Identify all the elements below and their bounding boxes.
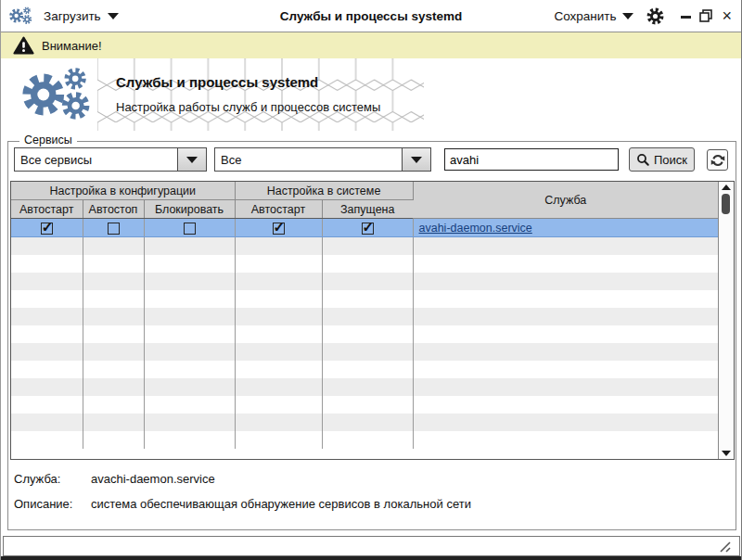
services-table-body: avahi-daemon.service (11, 219, 718, 450)
header-banner: Службы и процессы systemd Настройка рабо… (1, 58, 741, 131)
groupbox-legend: Сервисы (19, 134, 77, 146)
checkbox-icon (108, 223, 120, 235)
maximize-icon[interactable] (699, 9, 713, 22)
empty-table-row (11, 361, 718, 378)
search-button-label: Поиск (654, 153, 687, 167)
load-menu-button[interactable]: Загрузить (44, 9, 119, 23)
caret-down-icon (411, 157, 422, 163)
service-table-row[interactable]: avahi-daemon.service (11, 219, 718, 237)
status-bar (3, 536, 740, 556)
empty-table-row (11, 237, 718, 256)
warning-triangle-icon (13, 36, 34, 55)
empty-table-row (11, 290, 718, 308)
app-logo-gears (19, 66, 97, 123)
empty-table-row (11, 378, 718, 396)
scroll-down-button[interactable] (719, 448, 734, 459)
banner-subtitle: Настройка работы служб и процессов систе… (116, 100, 380, 114)
app-gears-icon (8, 6, 34, 26)
caret-down-icon (622, 13, 633, 19)
caret-down-icon (186, 157, 198, 163)
title-bar: Загрузить Службы и процессы systemd Сохр… (1, 0, 741, 32)
hexagon-pattern (97, 58, 424, 131)
warning-bar: Внимание! (1, 32, 741, 58)
dropdown-button[interactable] (177, 148, 206, 171)
empty-table-row (11, 273, 718, 290)
close-icon[interactable]: × (722, 8, 732, 23)
save-menu-label: Сохранить (554, 9, 616, 23)
empty-table-row (11, 308, 718, 325)
checkbox-unchecked[interactable] (144, 219, 235, 237)
triangle-up-icon (722, 185, 731, 190)
description-detail-value: система обеспечивающая обнаружение серви… (91, 497, 471, 511)
service-filter-dropdown[interactable]: Все сервисы (14, 147, 207, 172)
col-autostart-system: Автостарт (235, 200, 322, 219)
header-config-group: Настройка в конфигурации (11, 182, 235, 200)
checkbox-checked[interactable] (322, 219, 413, 237)
scroll-up-button[interactable] (719, 182, 734, 193)
checkbox-checked[interactable] (235, 219, 322, 237)
description-detail-label: Описание: (14, 497, 72, 511)
checkbox-checked[interactable] (11, 219, 83, 237)
empty-table-row (11, 396, 718, 414)
col-running: Запущена (322, 200, 413, 219)
settings-gear-icon[interactable] (646, 7, 664, 25)
col-block: Блокировать (144, 200, 235, 219)
col-autostart-config: Автостарт (11, 200, 83, 219)
vertical-scrollbar[interactable] (718, 182, 734, 459)
header-service-column: Служба (413, 182, 718, 219)
minimize-icon[interactable] (681, 16, 691, 19)
load-menu-label: Загрузить (44, 9, 101, 23)
empty-table-row (11, 343, 718, 361)
empty-table-row (11, 431, 718, 449)
triangle-down-icon (722, 451, 731, 456)
service-detail-value: avachi-daemon.service (91, 472, 215, 486)
empty-table-row (11, 325, 718, 343)
header-system-group: Настройка в системе (235, 182, 413, 200)
banner-title: Службы и процессы systemd (116, 74, 318, 90)
checkbox-unchecked[interactable] (83, 219, 144, 237)
search-button[interactable]: Поиск (629, 147, 695, 172)
service-detail-label: Служба: (14, 472, 60, 486)
state-filter-dropdown[interactable]: Все (214, 147, 431, 172)
window-bottom-edge (1, 556, 741, 560)
search-icon (636, 153, 650, 167)
save-menu-button[interactable]: Сохранить (554, 9, 633, 23)
checkbox-icon (273, 223, 285, 235)
state-filter-value: Все (215, 153, 402, 167)
refresh-icon (710, 153, 725, 168)
warning-text: Внимание! (42, 39, 102, 53)
service-name-cell: avahi-daemon.service (413, 219, 718, 237)
caret-down-icon (108, 13, 119, 19)
search-input[interactable] (444, 148, 619, 171)
dropdown-button[interactable] (402, 148, 430, 171)
empty-table-row (11, 414, 718, 431)
checkbox-icon (184, 223, 196, 235)
service-filter-value: Все сервисы (15, 153, 177, 167)
app-window: Загрузить Службы и процессы systemd Сохр… (0, 0, 742, 560)
services-table: Настройка в конфигурации Настройка в сис… (10, 181, 735, 460)
service-link[interactable]: avahi-daemon.service (419, 222, 532, 235)
checkbox-icon (41, 223, 53, 235)
scrollbar-thumb[interactable] (722, 194, 730, 214)
col-autostop: Автостоп (83, 200, 144, 219)
resize-grip[interactable] (715, 541, 732, 553)
empty-table-row (11, 255, 718, 273)
checkbox-icon (362, 223, 374, 235)
refresh-button[interactable] (707, 149, 728, 171)
